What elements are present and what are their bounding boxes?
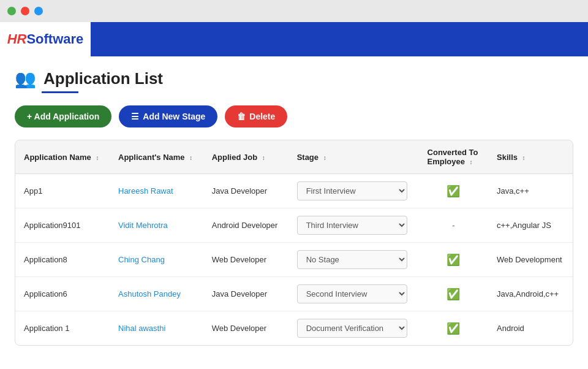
stage-select[interactable]: First InterviewSecond InterviewThird Int…	[297, 319, 407, 338]
table-row: App1 Hareesh Rawat Java Developer First …	[15, 174, 573, 208]
title-underline	[42, 91, 78, 93]
applicant-link[interactable]: Hareesh Rawat	[118, 186, 173, 196]
col-converted: Converted ToEmployee ↕	[419, 140, 488, 174]
cell-converted: ✅	[419, 174, 488, 208]
table-row: Application6 Ashutosh Pandey Java Develo…	[15, 277, 573, 311]
applicant-link[interactable]: Ching Chang	[118, 255, 165, 264]
page-title-row: 👥 Application List	[15, 69, 573, 89]
cell-applied-job: Web Developer	[203, 243, 288, 277]
applicant-link[interactable]: Ashutosh Pandey	[118, 289, 181, 299]
cell-skills: Java,Android,c++	[488, 277, 573, 311]
cell-converted: ✅	[419, 277, 488, 311]
main-container: HRSoftware 👥 Application List + Add Appl…	[0, 22, 588, 369]
cell-stage[interactable]: First InterviewSecond InterviewThird Int…	[288, 243, 419, 277]
dot-green	[7, 7, 16, 15]
cell-stage[interactable]: First InterviewSecond InterviewThird Int…	[288, 277, 419, 311]
cell-applied-job: Web Developer	[203, 311, 288, 346]
cell-applicant-name: Vidit Mehrotra	[110, 208, 203, 243]
cell-app-name: Application8	[15, 243, 110, 277]
applicant-link[interactable]: Vidit Mehrotra	[118, 221, 168, 230]
cell-stage[interactable]: First InterviewSecond InterviewThird Int…	[288, 208, 419, 243]
application-list-icon: 👥	[15, 69, 36, 89]
sort-icon-job: ↕	[262, 154, 265, 161]
col-applicant-name: Applicant's Name ↕	[110, 140, 203, 174]
sort-icon-stage: ↕	[323, 154, 326, 161]
cell-converted: ✅	[419, 243, 488, 277]
col-applied-job: Applied Job ↕	[203, 140, 288, 174]
table-header-row: Application Name ↕ Applicant's Name ↕ Ap…	[15, 140, 573, 174]
logo: HRSoftware	[7, 31, 84, 47]
check-icon: ✅	[447, 254, 460, 266]
stage-select[interactable]: First InterviewSecond InterviewThird Int…	[297, 216, 407, 235]
sort-icon-skills: ↕	[522, 154, 526, 161]
cell-applicant-name: Ching Chang	[110, 243, 203, 277]
trash-icon: 🗑	[237, 112, 246, 121]
cell-app-name: Application 1	[15, 311, 110, 346]
col-stage: Stage ↕	[288, 140, 419, 174]
page-title: Application List	[43, 69, 163, 88]
content-area: 👥 Application List + Add Application ☰ A…	[0, 56, 588, 369]
table-row: Application 1 Nihal awasthi Web Develope…	[15, 311, 573, 346]
add-new-stage-label: Add New Stage	[143, 112, 205, 121]
sort-icon-applicant: ↕	[189, 154, 192, 161]
cell-applied-job: Java Developer	[203, 174, 288, 208]
action-buttons: + Add Application ☰ Add New Stage 🗑 Dele…	[15, 105, 573, 127]
cell-skills: Web Development	[488, 243, 573, 277]
cell-applied-job: Android Developer	[203, 208, 288, 243]
cell-converted: -	[419, 208, 488, 243]
cell-app-name: Application9101	[15, 208, 110, 243]
cell-stage[interactable]: First InterviewSecond InterviewThird Int…	[288, 174, 419, 208]
check-icon: ✅	[447, 288, 460, 300]
cell-applicant-name: Hareesh Rawat	[110, 174, 203, 208]
cell-applicant-name: Ashutosh Pandey	[110, 277, 203, 311]
stage-select[interactable]: First InterviewSecond InterviewThird Int…	[297, 284, 407, 303]
check-icon: ✅	[447, 185, 460, 197]
stage-select[interactable]: First InterviewSecond InterviewThird Int…	[297, 181, 407, 200]
check-icon: ✅	[447, 322, 460, 335]
col-app-name: Application Name ↕	[15, 140, 110, 174]
cell-applicant-name: Nihal awasthi	[110, 311, 203, 346]
cell-skills: c++,Angular JS	[488, 208, 573, 243]
logo-hr: HR	[7, 31, 27, 47]
delete-button[interactable]: 🗑 Delete	[225, 105, 287, 127]
list-icon: ☰	[131, 112, 139, 121]
table-row: Application8 Ching Chang Web Developer F…	[15, 243, 573, 277]
sort-icon-converted: ↕	[470, 159, 473, 165]
cell-app-name: Application6	[15, 277, 110, 311]
col-skills: Skills ↕	[488, 140, 573, 174]
cell-converted: ✅	[419, 311, 488, 346]
add-new-stage-button[interactable]: ☰ Add New Stage	[119, 105, 217, 127]
delete-label: Delete	[249, 112, 275, 121]
cell-stage[interactable]: First InterviewSecond InterviewThird Int…	[288, 311, 419, 346]
dot-blue	[34, 7, 43, 15]
cell-app-name: App1	[15, 174, 110, 208]
dot-red	[21, 7, 29, 15]
applicant-link[interactable]: Nihal awasthi	[118, 324, 165, 333]
window-bar	[0, 0, 588, 22]
logo-area: HRSoftware	[0, 22, 91, 56]
application-table: Application Name ↕ Applicant's Name ↕ Ap…	[15, 140, 573, 345]
dash-icon: -	[452, 221, 454, 230]
cell-skills: Android	[488, 311, 573, 346]
header-bar: HRSoftware	[0, 22, 588, 56]
logo-software: Software	[26, 31, 83, 47]
table-row: Application9101 Vidit Mehrotra Android D…	[15, 208, 573, 243]
add-application-button[interactable]: + Add Application	[15, 105, 111, 127]
sort-icon-app-name: ↕	[96, 154, 99, 161]
stage-select[interactable]: First InterviewSecond InterviewThird Int…	[297, 250, 407, 269]
cell-applied-job: Java Developer	[203, 277, 288, 311]
cell-skills: Java,c++	[488, 174, 573, 208]
table-container: Application Name ↕ Applicant's Name ↕ Ap…	[15, 140, 573, 346]
